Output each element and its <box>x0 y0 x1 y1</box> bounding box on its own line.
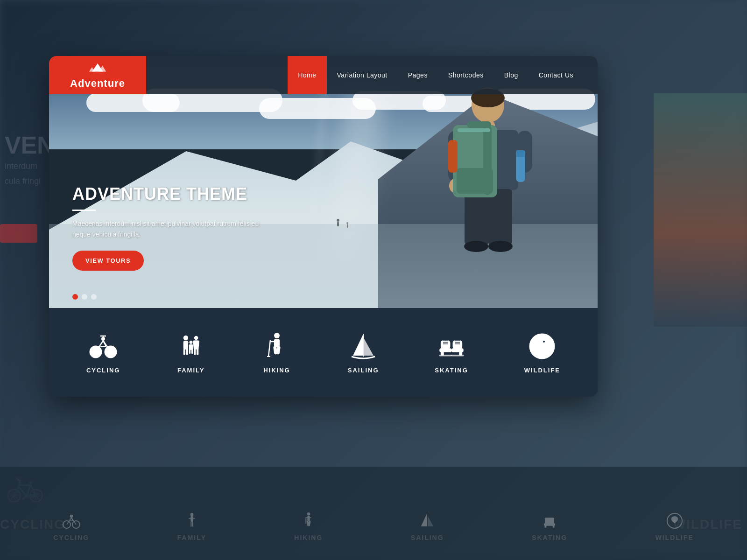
nav-pages[interactable]: Pages <box>398 56 438 94</box>
svg-rect-63 <box>186 349 188 355</box>
family-icon <box>176 331 206 361</box>
svg-rect-50 <box>347 224 348 228</box>
activity-wildlife[interactable]: WILDLIFE <box>515 327 570 378</box>
svg-point-49 <box>346 222 348 224</box>
dot-3[interactable] <box>91 294 97 300</box>
svg-rect-48 <box>337 222 339 226</box>
sailing-label: SAILING <box>348 367 379 374</box>
wildlife-label: WILDLIFE <box>524 367 560 374</box>
svg-rect-44 <box>458 128 490 132</box>
svg-rect-68 <box>189 344 193 350</box>
activity-hiking[interactable]: HIKING <box>253 327 301 378</box>
svg-line-78 <box>268 340 270 357</box>
activity-sailing[interactable]: SAILING <box>338 327 388 378</box>
hiker-figure <box>402 75 560 308</box>
svg-rect-42 <box>467 121 491 128</box>
svg-rect-74 <box>274 339 280 347</box>
svg-point-7 <box>190 513 193 516</box>
nav-home[interactable]: Home <box>288 56 326 94</box>
svg-point-60 <box>183 335 188 340</box>
hiking-label: HIKING <box>263 367 290 374</box>
view-tours-button[interactable]: VIEW TOURS <box>72 251 144 271</box>
svg-point-64 <box>194 336 198 340</box>
mountain-icon <box>88 61 107 76</box>
hero-content: ADVENTURE THEME Maecenas interdum nisl s… <box>72 185 268 271</box>
svg-marker-18 <box>421 513 427 526</box>
cycling-icon <box>88 331 118 361</box>
wildlife-icon <box>527 331 557 361</box>
distant-hikers <box>334 217 353 233</box>
family-label: FAMILY <box>177 367 204 374</box>
svg-marker-19 <box>428 516 434 526</box>
bg-bottom-icons: CYCLING FAMILY HIKING SAILING SKATING WI… <box>0 511 747 541</box>
svg-point-2 <box>70 515 73 518</box>
activity-skating[interactable]: SKATING <box>425 327 478 378</box>
cycling-label: CYCLING <box>86 367 120 374</box>
svg-point-67 <box>190 341 193 344</box>
activity-cycling[interactable]: CYCLING <box>77 327 130 378</box>
svg-rect-61 <box>183 341 188 350</box>
logo-text: Adventure <box>70 77 125 90</box>
skating-label: SKATING <box>435 367 468 374</box>
skating-icon <box>437 331 466 361</box>
svg-rect-10 <box>190 522 191 527</box>
sailing-icon <box>348 331 378 361</box>
svg-rect-22 <box>544 525 546 527</box>
svg-point-47 <box>337 219 339 222</box>
hero-divider <box>72 210 96 211</box>
svg-rect-41 <box>483 125 492 195</box>
bg-button-left <box>0 224 37 243</box>
activities-bar: CYCLING <box>49 308 598 397</box>
activity-family[interactable]: FAMILY <box>167 327 215 378</box>
svg-point-12 <box>307 512 310 516</box>
navigation: Home Variation Layout Pages Shortcodes B… <box>146 56 598 94</box>
nav-blog[interactable]: Blog <box>494 56 529 94</box>
svg-rect-66 <box>197 349 198 355</box>
svg-marker-80 <box>353 334 363 356</box>
svg-point-73 <box>274 333 280 338</box>
svg-rect-11 <box>192 522 193 527</box>
header: Adventure Home Variation Layout Pages Sh… <box>49 56 598 94</box>
svg-rect-23 <box>553 525 555 527</box>
svg-rect-90 <box>453 340 463 349</box>
bg-hiking-item: HIKING <box>294 511 323 541</box>
bg-family-item: FAMILY <box>177 511 206 541</box>
svg-rect-45 <box>516 154 525 182</box>
svg-rect-43 <box>448 140 458 173</box>
dot-1[interactable] <box>72 294 78 300</box>
svg-rect-65 <box>194 349 196 355</box>
svg-rect-17 <box>305 517 306 524</box>
svg-rect-70 <box>191 349 193 354</box>
svg-rect-20 <box>545 518 554 524</box>
bg-cycling-item: CYCLING <box>53 511 89 541</box>
logo[interactable]: Adventure <box>49 56 146 94</box>
nav-shortcodes[interactable]: Shortcodes <box>438 56 494 94</box>
svg-marker-81 <box>364 339 374 356</box>
svg-rect-93 <box>451 355 464 356</box>
bg-backpack <box>654 93 747 327</box>
main-card: Adventure Home Variation Layout Pages Sh… <box>49 56 598 397</box>
svg-rect-86 <box>439 355 452 356</box>
svg-rect-83 <box>441 340 451 349</box>
svg-rect-46 <box>516 150 525 157</box>
hero-description: Maecenas interdum nisl sit amet pulvinar… <box>72 218 268 239</box>
svg-rect-8 <box>190 516 193 522</box>
nav-variation-layout[interactable]: Variation Layout <box>327 56 398 94</box>
svg-point-38 <box>488 241 513 252</box>
hero-title: ADVENTURE THEME <box>72 185 268 203</box>
bg-wildlife-item: WILDLIFE <box>655 511 694 541</box>
svg-rect-62 <box>183 349 185 355</box>
bg-subtext-left: interdumcula fringi <box>0 159 41 189</box>
dot-2[interactable] <box>82 294 87 300</box>
svg-rect-69 <box>189 349 190 354</box>
bg-sailing-item: SAILING <box>411 511 444 541</box>
svg-point-37 <box>464 241 488 252</box>
slider-dots <box>72 294 97 300</box>
svg-point-98 <box>543 341 545 343</box>
bg-skating-item: SKATING <box>532 511 567 541</box>
nav-contact-us[interactable]: Contact Us <box>529 56 584 94</box>
hiking-icon <box>262 331 292 361</box>
svg-rect-13 <box>307 516 310 521</box>
